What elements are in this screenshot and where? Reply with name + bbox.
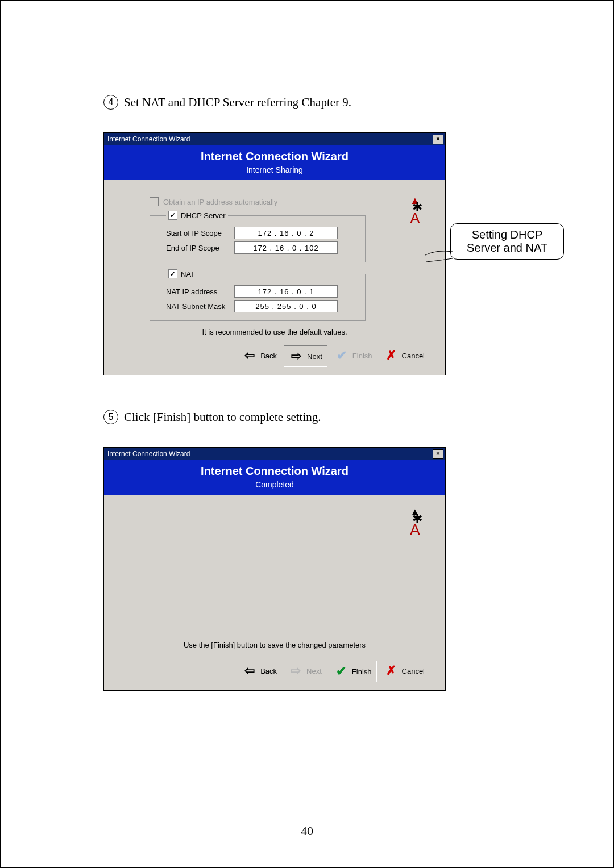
finish-button-2[interactable]: ✔ Finish (329, 661, 377, 682)
dialog-body: Obtain an IP address automatically ✓ DHC… (104, 180, 445, 375)
nat-mask-label: NAT Subnet Mask (166, 302, 234, 311)
nat-ip-label: NAT IP address (166, 287, 234, 296)
content-area: 4 Set NAT and DHCP Server referring Chap… (103, 95, 558, 725)
nat-legend: ✓ NAT (166, 269, 197, 278)
cancel-button[interactable]: Cancel (379, 345, 429, 366)
callout-bubble: Setting DHCP Server and NAT (450, 223, 564, 260)
cancel-icon (384, 348, 399, 363)
nat-ip-input[interactable]: 172 . 16 . 0 . 1 (234, 285, 338, 298)
nat-group: ✓ NAT NAT IP address 172 . 16 . 0 . 1 NA… (150, 269, 366, 321)
title-bar-text-2: Internet Connection Wizard (107, 450, 190, 458)
next-label: Next (307, 352, 322, 361)
page-number: 40 (1, 824, 613, 838)
dialog-internet-sharing: Internet Connection Wizard × Internet Co… (103, 132, 446, 375)
nat-mask-input[interactable]: 255 . 255 . 0 . 0 (234, 300, 338, 312)
finish-label-2: Finish (352, 667, 372, 676)
callout: Setting DHCP Server and NAT (450, 223, 564, 260)
cancel-icon-2 (384, 663, 399, 678)
step-4-text: Set NAT and DHCP Server referring Chapte… (124, 95, 351, 110)
dialog-2-wrap: Internet Connection Wizard × Internet Co… (103, 447, 558, 691)
arrow-left-icon (242, 348, 257, 363)
banner-subtitle-2: Completed (104, 480, 445, 489)
dhcp-legend: ✓ DHCP Server (166, 211, 228, 220)
obtain-ip-label: Obtain an IP address automatically (163, 198, 277, 206)
dhcp-legend-text: DHCP Server (181, 211, 226, 220)
check-icon-2: ✔ (334, 664, 349, 679)
step-5-number: 5 (103, 410, 118, 424)
callout-tail (425, 248, 454, 262)
back-label-2: Back (260, 667, 277, 675)
finish-button: ✔ Finish (330, 345, 377, 366)
check-icon: ✔ (334, 348, 349, 363)
arrow-right-icon-2 (288, 663, 303, 678)
dhcp-start-input[interactable]: 172 . 16 . 0 . 2 (234, 227, 338, 239)
step-4-number: 4 (103, 95, 118, 110)
banner-subtitle: Internet Sharing (104, 165, 445, 174)
arrow-right-icon (289, 349, 304, 364)
network-icon-2: ▲ ✱ A (402, 506, 428, 536)
banner: Internet Connection Wizard Internet Shar… (104, 145, 445, 180)
dhcp-start-row: Start of IP Scope 172 . 16 . 0 . 2 (166, 227, 359, 239)
dhcp-group: ✓ DHCP Server Start of IP Scope 172 . 16… (150, 211, 366, 262)
tower-icon-2: A (410, 521, 420, 538)
finish-label: Finish (352, 352, 372, 360)
dhcp-end-input[interactable]: 172 . 16 . 0 . 102 (234, 241, 338, 254)
arrow-left-icon-2 (242, 663, 257, 678)
obtain-ip-checkbox (150, 197, 159, 206)
title-bar-2: Internet Connection Wizard × (104, 448, 445, 460)
back-label: Back (260, 352, 277, 360)
next-button-2: Next (284, 661, 326, 681)
page: 4 Set NAT and DHCP Server referring Chap… (0, 0, 614, 868)
step-4-line: 4 Set NAT and DHCP Server referring Chap… (103, 95, 558, 110)
back-button-2[interactable]: Back (238, 661, 281, 681)
banner-2: Internet Connection Wizard Completed (104, 460, 445, 495)
dhcp-end-label: End of IP Scope (166, 244, 234, 252)
dhcp-checkbox[interactable]: ✓ (168, 211, 177, 220)
completed-message: Use the [Finish] button to save the chan… (104, 641, 445, 649)
nat-checkbox[interactable]: ✓ (168, 269, 177, 278)
cancel-label: Cancel (402, 352, 425, 360)
back-button[interactable]: Back (238, 345, 281, 366)
banner-title: Internet Connection Wizard (104, 150, 445, 163)
button-bar-2: Back Next ✔ Finish Cancel (150, 661, 429, 682)
cancel-button-2[interactable]: Cancel (379, 661, 429, 681)
obtain-ip-row: Obtain an IP address automatically (150, 197, 432, 206)
tower-icon: A (410, 210, 420, 227)
nat-mask-row: NAT Subnet Mask 255 . 255 . 0 . 0 (166, 300, 359, 312)
banner-title-2: Internet Connection Wizard (104, 465, 445, 478)
step-5-line: 5 Click [Finish] button to complete sett… (103, 410, 558, 424)
title-bar-text: Internet Connection Wizard (107, 135, 190, 143)
network-icon: ▲ ✱ A (402, 195, 428, 225)
dhcp-end-row: End of IP Scope 172 . 16 . 0 . 102 (166, 241, 359, 254)
dialog-body-2: ▲ ✱ A Use the [Finish] button to save th… (104, 495, 445, 653)
close-icon-2[interactable]: × (433, 449, 443, 459)
cancel-label-2: Cancel (402, 667, 425, 675)
nat-legend-text: NAT (181, 270, 195, 278)
next-button[interactable]: Next (284, 345, 327, 367)
nat-ip-row: NAT IP address 172 . 16 . 0 . 1 (166, 285, 359, 298)
next-label-2: Next (306, 667, 322, 675)
close-icon[interactable]: × (433, 135, 443, 144)
button-bar: Back Next ✔ Finish Cancel (150, 345, 429, 367)
dialog-completed: Internet Connection Wizard × Internet Co… (103, 447, 446, 691)
step-5-text: Click [Finish] button to complete settin… (124, 410, 321, 424)
recommend-text: It is recommended to use the default val… (150, 328, 400, 336)
button-area-2: Back Next ✔ Finish Cancel (104, 653, 445, 690)
dialog-1-wrap: Internet Connection Wizard × Internet Co… (103, 132, 558, 375)
title-bar: Internet Connection Wizard × (104, 133, 445, 145)
dhcp-start-label: Start of IP Scope (166, 229, 234, 237)
